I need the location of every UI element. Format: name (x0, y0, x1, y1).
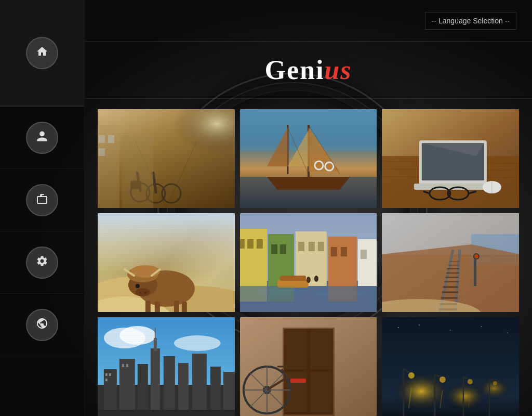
svg-rect-126 (210, 367, 221, 416)
svg-rect-141 (310, 372, 331, 412)
language-button[interactable] (26, 309, 58, 341)
gallery-grid (85, 99, 532, 416)
photo-card-3[interactable] (382, 109, 519, 208)
svg-rect-8 (131, 181, 141, 189)
svg-point-160 (408, 372, 415, 379)
svg-point-5 (162, 184, 181, 203)
svg-rect-0 (98, 109, 235, 208)
svg-line-175 (409, 387, 411, 408)
svg-point-113 (104, 328, 145, 348)
svg-marker-22 (287, 130, 308, 166)
svg-line-31 (382, 169, 519, 171)
portfolio-button[interactable] (26, 184, 58, 216)
svg-rect-15 (240, 109, 377, 208)
svg-marker-23 (267, 127, 287, 166)
svg-line-146 (250, 373, 283, 407)
svg-point-55 (127, 267, 158, 282)
svg-point-163 (440, 376, 446, 383)
svg-rect-153 (382, 317, 519, 416)
svg-rect-34 (422, 143, 484, 180)
sidebar-item-home[interactable] (0, 0, 84, 107)
svg-line-150 (281, 369, 287, 377)
svg-line-176 (440, 390, 443, 408)
logo-text-part4: s (340, 55, 352, 85)
globe-icon (36, 317, 48, 333)
svg-rect-10 (122, 135, 153, 208)
svg-rect-14 (98, 109, 235, 208)
svg-line-147 (250, 373, 283, 407)
svg-rect-69 (240, 239, 245, 249)
svg-point-114 (119, 326, 156, 345)
photo-card-9[interactable] (382, 317, 519, 416)
svg-rect-93 (471, 234, 519, 265)
svg-rect-29 (382, 156, 519, 208)
svg-rect-65 (240, 281, 377, 312)
user-button[interactable] (26, 122, 58, 154)
gear-icon (36, 255, 48, 270)
svg-marker-36 (422, 143, 484, 156)
svg-rect-45 (98, 213, 235, 312)
svg-rect-92 (382, 213, 519, 255)
photo-card-5[interactable] (240, 213, 377, 312)
svg-point-56 (131, 265, 160, 278)
svg-rect-118 (119, 359, 135, 416)
svg-rect-78 (317, 242, 324, 251)
svg-point-110 (474, 254, 478, 258)
svg-rect-28 (382, 109, 519, 208)
svg-rect-137 (284, 329, 332, 414)
svg-point-109 (473, 253, 480, 259)
svg-point-25 (314, 161, 323, 170)
sidebar-item-user[interactable] (0, 107, 84, 169)
svg-rect-116 (98, 385, 235, 416)
svg-rect-123 (164, 356, 175, 416)
svg-rect-35 (422, 143, 484, 180)
svg-point-47 (125, 286, 235, 312)
svg-rect-52 (174, 301, 179, 312)
svg-point-86 (306, 277, 310, 283)
photo-card-6[interactable] (382, 213, 519, 312)
svg-point-4 (147, 184, 165, 203)
svg-rect-89 (240, 285, 267, 302)
logo: Genius (264, 55, 352, 85)
svg-rect-37 (414, 184, 492, 190)
svg-rect-135 (240, 317, 377, 416)
svg-point-66 (256, 289, 298, 294)
sidebar-item-language[interactable] (0, 294, 84, 356)
svg-point-59 (136, 284, 140, 288)
photo-card-8[interactable] (240, 317, 377, 416)
svg-point-41 (448, 187, 469, 200)
svg-rect-124 (178, 363, 189, 416)
svg-rect-90 (328, 286, 356, 302)
svg-rect-73 (271, 244, 277, 254)
svg-line-30 (382, 161, 519, 164)
svg-line-165 (463, 377, 470, 380)
svg-point-115 (174, 335, 221, 351)
briefcase-icon (36, 192, 48, 208)
svg-point-172 (450, 330, 451, 331)
svg-rect-63 (240, 213, 377, 312)
home-icon (36, 45, 48, 61)
svg-line-168 (489, 379, 495, 381)
sidebar-item-portfolio[interactable] (0, 169, 84, 231)
settings-button[interactable] (26, 246, 58, 279)
svg-rect-17 (240, 177, 377, 208)
svg-rect-64 (240, 213, 377, 250)
svg-line-1 (166, 140, 197, 208)
photo-card-1[interactable] (98, 109, 235, 208)
svg-rect-82 (357, 239, 377, 286)
sidebar-item-settings[interactable] (0, 231, 84, 294)
svg-rect-133 (98, 410, 235, 416)
svg-rect-76 (298, 242, 304, 251)
svg-rect-50 (145, 301, 151, 312)
language-selector[interactable]: -- Language Selection -- (425, 12, 516, 30)
photo-card-4[interactable] (98, 213, 235, 312)
photo-card-7[interactable] (98, 317, 235, 416)
photo-card-2[interactable] (240, 109, 377, 208)
home-button[interactable] (26, 37, 58, 69)
svg-point-46 (98, 276, 229, 312)
svg-line-26 (308, 125, 339, 174)
svg-rect-91 (382, 213, 519, 312)
svg-rect-120 (151, 348, 160, 416)
svg-rect-88 (268, 286, 294, 302)
svg-rect-77 (308, 242, 314, 251)
